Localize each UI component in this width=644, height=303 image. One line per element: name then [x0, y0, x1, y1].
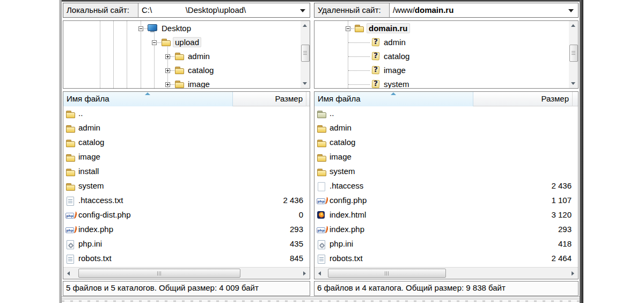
tree-item-label: system [382, 79, 411, 89]
list-item[interactable]: index.html 3 120 [314, 208, 578, 222]
list-item[interactable]: image [63, 150, 310, 164]
file-size: 435 [290, 239, 303, 248]
tree-vertical-scrollbar[interactable] [569, 21, 578, 88]
tree-item-catalog[interactable]: catalog [63, 63, 301, 77]
column-header-row: Имя файла Размер [63, 92, 310, 106]
column-header-name[interactable]: Имя файла [63, 92, 233, 106]
local-file-list: Имя файла Размер .. admin catalog image [63, 91, 310, 279]
scroll-down-icon[interactable] [571, 82, 575, 85]
file-size: 2 436 [551, 181, 572, 190]
file-name: catalog [78, 138, 104, 147]
collapse-expander-icon[interactable] [138, 26, 143, 31]
list-item[interactable]: config.php 1 107 [314, 193, 578, 208]
list-item[interactable]: .htaccess.txt 2 436 [63, 193, 310, 208]
local-path-combo[interactable]: C:\ \Desktop\upload\ [138, 3, 310, 17]
tree-item-catalog[interactable]: catalog [314, 49, 569, 63]
scroll-left-icon[interactable] [318, 271, 321, 276]
folder-icon [174, 51, 185, 61]
list-item[interactable]: config-dist.php 0 [63, 208, 310, 222]
window-right-border [580, 0, 583, 303]
tree-item-label: admin [186, 51, 211, 61]
list-item[interactable]: robots.txt 2 464 [314, 251, 578, 266]
scrollbar-thumb[interactable] [78, 269, 240, 278]
list-item[interactable]: robots.txt 845 [63, 251, 310, 266]
scroll-down-icon[interactable] [303, 82, 307, 85]
collapse-expander-icon[interactable] [152, 40, 157, 45]
remote-directory-tree: domain.ru admin catalog image system [314, 20, 579, 89]
tree-item-image[interactable]: image [314, 63, 569, 77]
ini-file-icon [317, 240, 327, 249]
file-name: admin [78, 123, 100, 132]
file-name: system [78, 181, 104, 190]
tree-item-admin[interactable]: admin [63, 49, 301, 63]
folder-icon [317, 167, 327, 177]
list-item-up-dir[interactable]: .. [314, 106, 578, 121]
file-name: php.ini [330, 239, 353, 248]
file-size: 3 120 [551, 210, 572, 219]
folder-question-icon [370, 65, 381, 75]
horizontal-scrollbar[interactable] [63, 267, 310, 279]
column-header-size[interactable]: Размер [233, 92, 306, 106]
file-size: 293 [558, 225, 572, 234]
list-item[interactable]: php.ini 418 [314, 237, 578, 251]
column-header-row: Имя файла Размер [314, 92, 578, 106]
dropdown-arrow-icon[interactable] [568, 9, 574, 12]
tree-item-desktop[interactable]: Desktop [63, 21, 301, 35]
scroll-left-icon[interactable] [67, 271, 70, 276]
scroll-up-icon[interactable] [571, 24, 575, 27]
sort-ascending-icon [391, 92, 396, 95]
scroll-right-icon[interactable] [572, 271, 574, 276]
local-status-bar: 5 файлов и 5 каталогов. Общий размер: 4 … [63, 281, 310, 296]
horizontal-scrollbar[interactable] [314, 267, 578, 279]
list-item[interactable]: catalog [314, 135, 578, 150]
list-item[interactable]: image [314, 150, 578, 164]
tree-item-label-selected: domain.ru [367, 23, 410, 33]
tree-vertical-scrollbar[interactable] [301, 21, 310, 88]
list-item[interactable]: catalog [63, 135, 310, 150]
remote-path-combo[interactable]: /www/domain.ru [390, 3, 578, 17]
scrollbar-thumb[interactable] [569, 45, 578, 62]
php-file-icon [65, 211, 76, 220]
dropdown-arrow-icon[interactable] [300, 9, 305, 12]
expand-expander-icon[interactable] [165, 54, 170, 59]
text-file-icon [65, 254, 76, 264]
file-name: admin [330, 123, 352, 132]
file-name: install [78, 167, 99, 176]
list-item[interactable]: install [63, 164, 310, 179]
collapse-expander-icon[interactable] [346, 26, 350, 31]
list-item-up-dir[interactable]: .. [63, 106, 310, 121]
list-item[interactable]: index.php 293 [63, 222, 310, 237]
text-file-icon [317, 254, 327, 264]
tree-item-system[interactable]: system [314, 77, 569, 89]
list-item[interactable]: system [314, 164, 578, 179]
expand-expander-icon[interactable] [165, 68, 170, 73]
folder-question-icon [370, 51, 381, 61]
tree-item-domain[interactable]: domain.ru [314, 21, 569, 35]
list-item[interactable]: admin [314, 121, 578, 135]
remote-panel: Удаленный сайт: /www/domain.ru domain.ru… [314, 0, 579, 303]
tree-item-upload[interactable]: upload [63, 35, 301, 49]
folder-icon [65, 167, 76, 177]
file-name: index.php [78, 225, 113, 234]
expand-expander-icon[interactable] [165, 82, 170, 87]
file-name: index.php [330, 225, 364, 234]
list-item[interactable]: index.php 293 [314, 222, 578, 237]
file-name: .. [78, 109, 83, 118]
remote-path-value: /www/domain.ru [393, 3, 453, 17]
file-size: 418 [558, 239, 572, 248]
tree-item-label: catalog [382, 51, 411, 61]
list-item[interactable]: admin [63, 121, 310, 135]
column-header-name[interactable]: Имя файла [314, 92, 473, 106]
tree-item-label: catalog [186, 65, 215, 75]
column-header-size[interactable]: Размер [473, 92, 573, 106]
tree-item-image[interactable]: image [63, 77, 301, 89]
list-item[interactable]: php.ini 435 [63, 237, 310, 251]
scrollbar-thumb[interactable] [301, 45, 310, 62]
scroll-up-icon[interactable] [303, 24, 307, 27]
list-item[interactable]: .htaccess 2 436 [314, 179, 578, 193]
list-item[interactable]: system [63, 179, 310, 193]
file-size: 2 464 [551, 254, 572, 263]
tree-item-admin[interactable]: admin [314, 35, 569, 49]
scroll-right-icon[interactable] [303, 271, 306, 276]
scrollbar-thumb[interactable] [328, 269, 446, 278]
